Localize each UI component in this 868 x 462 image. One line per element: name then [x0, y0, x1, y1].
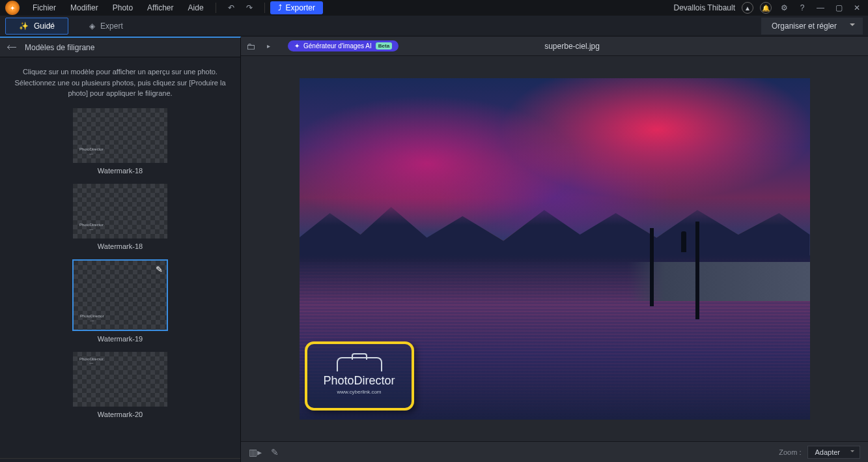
- sparkle-icon: ✦: [294, 42, 300, 50]
- user-account-icon[interactable]: ▲: [742, 2, 753, 14]
- notifications-icon[interactable]: 🔔: [760, 2, 772, 14]
- separator: [216, 3, 216, 13]
- menu-bar: ✦ Fichier Modifier Photo Afficher Aide ↶…: [0, 0, 868, 16]
- watermark-template-list[interactable]: PhotoDirector— Watermark-18 PhotoDirecto…: [0, 108, 240, 459]
- watermark-template-selected[interactable]: ✎ PhotoDirector— Watermark-19: [26, 259, 214, 343]
- watermark-template[interactable]: PhotoDirector— Watermark-20: [26, 352, 214, 418]
- menu-edit[interactable]: Modifier: [64, 1, 105, 15]
- folder-icon[interactable]: 🗀: [246, 41, 260, 51]
- minimize-icon[interactable]: —: [815, 2, 826, 14]
- camera-icon: [337, 357, 382, 371]
- template-label: Watermark-18: [26, 242, 214, 250]
- beta-badge: Beta: [376, 42, 392, 50]
- menu-file[interactable]: Fichier: [26, 1, 63, 15]
- sidebar: 🡐 Modèles de filigrane Cliquez sur un mo…: [0, 36, 241, 462]
- mode-guided-button[interactable]: ✨ Guidé: [5, 18, 68, 35]
- export-icon: ⤴: [278, 3, 282, 12]
- close-icon[interactable]: ✕: [851, 2, 863, 14]
- zoom-value: Adapter: [815, 448, 840, 456]
- export-button[interactable]: ⤴ Exporter: [270, 1, 323, 14]
- canvas-toolbar: 🗀 ▸ ✦ Générateur d'images AI Beta superb…: [241, 36, 868, 56]
- export-label: Exporter: [286, 3, 315, 12]
- template-label: Watermark-18: [26, 167, 214, 175]
- help-icon[interactable]: ?: [796, 2, 808, 14]
- edit-pencil-icon[interactable]: ✎: [156, 265, 163, 274]
- current-filename: superbe-ciel.jpg: [405, 42, 739, 51]
- mode-guided-label: Guidé: [34, 22, 55, 31]
- chevron-right-icon[interactable]: ▸: [267, 42, 281, 50]
- zoom-select[interactable]: Adapter: [807, 446, 860, 459]
- redo-icon[interactable]: ↷: [244, 2, 255, 14]
- preview-image: PhotoDirector www.cyberlink.com: [300, 78, 810, 420]
- layers-icon: ◈: [89, 22, 95, 31]
- sidebar-description: Cliquez sur un modèle pour afficher un a…: [0, 57, 240, 108]
- undo-icon[interactable]: ↶: [225, 2, 237, 14]
- canvas-area: 🗀 ▸ ✦ Générateur d'images AI Beta superb…: [241, 36, 868, 462]
- organize-label: Organiser et régler: [772, 22, 837, 31]
- menu-photo[interactable]: Photo: [106, 1, 139, 15]
- maximize-icon[interactable]: ▢: [833, 2, 845, 14]
- watermark-url: www.cyberlink.com: [337, 389, 381, 395]
- app-logo-icon: ✦: [5, 1, 20, 15]
- watermark-preview[interactable]: PhotoDirector www.cyberlink.com: [305, 341, 414, 411]
- ai-button-label: Générateur d'images AI: [303, 42, 372, 50]
- zoom-label: Zoom :: [779, 448, 801, 456]
- template-label: Watermark-20: [26, 411, 214, 418]
- mode-expert-button[interactable]: ◈ Expert: [76, 18, 136, 34]
- user-name: Devallois Thibault: [674, 3, 736, 12]
- watermark-template[interactable]: PhotoDirector— Watermark-18: [26, 108, 214, 175]
- watermark-template[interactable]: PhotoDirector— Watermark-18: [26, 184, 214, 250]
- mode-bar: ✨ Guidé ◈ Expert Organiser et régler: [0, 16, 868, 36]
- template-label: Watermark-19: [26, 335, 214, 343]
- brush-tool-icon[interactable]: ✎: [271, 447, 279, 457]
- mode-expert-label: Expert: [100, 22, 123, 31]
- menu-help[interactable]: Aide: [182, 1, 210, 15]
- settings-gear-icon[interactable]: ⚙: [778, 2, 790, 14]
- canvas-footer: ▥▸ ✎ Zoom : Adapter: [241, 441, 868, 462]
- sidebar-footer: [0, 458, 240, 462]
- compare-tool-icon[interactable]: ▥▸: [249, 447, 262, 457]
- separator: [264, 3, 265, 13]
- organize-dropdown[interactable]: Organiser et régler: [761, 18, 863, 35]
- menu-view[interactable]: Afficher: [141, 1, 180, 15]
- image-viewport[interactable]: PhotoDirector www.cyberlink.com: [241, 56, 868, 441]
- back-arrow-icon[interactable]: 🡐: [7, 42, 17, 53]
- ai-generator-button[interactable]: ✦ Générateur d'images AI Beta: [288, 40, 399, 51]
- sidebar-title: Modèles de filigrane: [25, 43, 94, 52]
- wand-icon: ✨: [19, 22, 29, 31]
- watermark-brand: PhotoDirector: [323, 374, 395, 388]
- sidebar-header: 🡐 Modèles de filigrane: [0, 38, 240, 57]
